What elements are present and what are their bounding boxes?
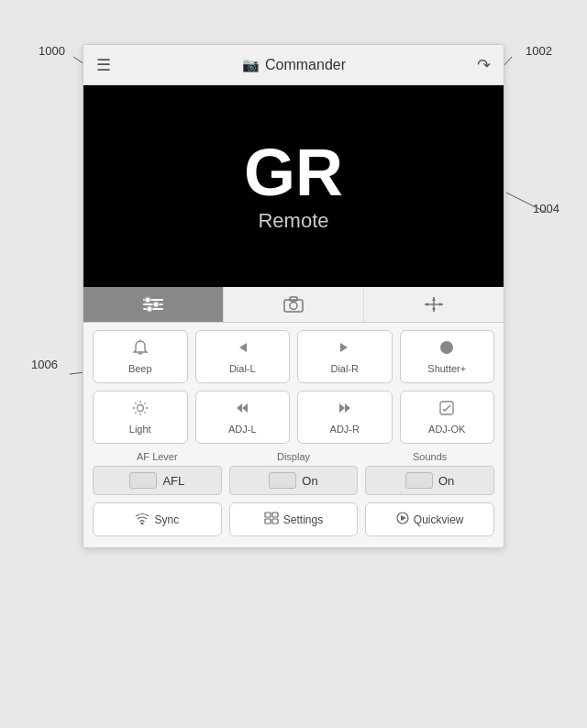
sounds-group: Sounds On xyxy=(365,451,494,495)
tab-settings[interactable] xyxy=(83,287,224,322)
sync-label: Sync xyxy=(154,513,179,526)
shutter-plus-label: Shutter+ xyxy=(427,363,466,374)
phone-frame: ☰ 📷 Commander ↷ GR Remote xyxy=(83,44,504,548)
adj-l-label: ADJ-L xyxy=(228,424,257,435)
adj-ok-label: ADJ-OK xyxy=(428,424,465,435)
af-lever-group: AF Lever AFL xyxy=(93,451,222,495)
grid-icon xyxy=(264,512,279,527)
annotation-1004: 1004 xyxy=(533,202,559,215)
beep-label: Beep xyxy=(128,363,152,374)
display-label: Display xyxy=(277,451,310,462)
annotation-1006: 1006 xyxy=(31,358,58,371)
display-toggle[interactable]: On xyxy=(229,466,359,495)
menu-icon[interactable]: ☰ xyxy=(96,55,111,75)
svg-marker-16 xyxy=(432,308,436,312)
af-lever-indicator xyxy=(129,472,157,489)
settings-action-label: Settings xyxy=(283,513,323,526)
svg-marker-34 xyxy=(339,403,345,413)
sounds-indicator xyxy=(405,472,433,489)
svg-rect-6 xyxy=(143,308,163,310)
beep-button[interactable]: Beep xyxy=(93,330,188,383)
svg-rect-12 xyxy=(290,297,297,301)
svg-point-22 xyxy=(440,341,453,354)
tab-move[interactable] xyxy=(364,287,504,322)
svg-marker-35 xyxy=(345,403,350,413)
svg-line-31 xyxy=(135,412,136,413)
svg-line-29 xyxy=(144,412,145,413)
arrow-left-icon xyxy=(234,339,250,360)
sounds-label: Sounds xyxy=(413,451,447,462)
svg-point-8 xyxy=(153,302,159,307)
dial-r-label: Dial-R xyxy=(330,363,359,374)
svg-marker-32 xyxy=(237,403,242,413)
double-arrow-left-icon xyxy=(234,400,250,421)
right-action-icon[interactable]: ↷ xyxy=(477,55,491,75)
display-value: On xyxy=(302,474,317,488)
light-icon xyxy=(132,400,149,421)
remote-label: Remote xyxy=(258,209,328,233)
settings-button[interactable]: Settings xyxy=(229,502,359,536)
action-row: Sync Settings xyxy=(93,502,494,536)
svg-marker-18 xyxy=(439,303,443,306)
adj-ok-icon xyxy=(438,400,455,421)
settings-row: AF Lever AFL Display On Sounds On xyxy=(93,451,494,495)
svg-marker-43 xyxy=(401,515,406,521)
svg-marker-20 xyxy=(239,343,247,352)
light-label: Light xyxy=(129,424,151,435)
sync-button[interactable]: Sync xyxy=(93,502,222,536)
svg-rect-40 xyxy=(265,519,271,524)
header-title: 📷 Commander xyxy=(242,57,346,73)
arrow-right-icon xyxy=(337,339,353,360)
svg-point-11 xyxy=(290,303,297,310)
svg-marker-33 xyxy=(242,403,248,413)
svg-marker-21 xyxy=(340,343,348,352)
bell-icon xyxy=(132,339,149,360)
tab-camera[interactable] xyxy=(224,287,364,322)
af-lever-value: AFL xyxy=(162,474,184,488)
svg-rect-39 xyxy=(272,513,278,517)
svg-marker-17 xyxy=(425,303,428,306)
display-group: Display On xyxy=(229,451,359,495)
shutter-plus-button[interactable]: Shutter+ xyxy=(400,330,495,383)
annotation-1002: 1002 xyxy=(526,44,552,58)
controls-row-1: Beep Dial-L Dial-R xyxy=(93,330,494,383)
quickview-button[interactable]: Quickview xyxy=(365,502,494,536)
header-bar: ☰ 📷 Commander ↷ xyxy=(83,45,504,85)
dial-r-button[interactable]: Dial-R xyxy=(297,330,393,383)
wifi-icon xyxy=(135,512,150,527)
svg-point-9 xyxy=(147,306,152,312)
adj-r-button[interactable]: ADJ-R xyxy=(297,391,393,444)
dial-l-label: Dial-L xyxy=(229,363,256,374)
camera-icon: 📷 xyxy=(242,57,260,73)
sounds-toggle[interactable]: On xyxy=(365,466,494,495)
svg-point-37 xyxy=(141,523,143,524)
svg-marker-15 xyxy=(432,297,436,301)
annotation-1000: 1000 xyxy=(39,44,65,58)
app-title: Commander xyxy=(265,57,346,73)
gr-logo: GR xyxy=(244,139,343,205)
shutter-icon xyxy=(438,339,455,360)
light-button[interactable]: Light xyxy=(93,391,188,444)
af-lever-label: AF Lever xyxy=(137,451,178,462)
quickview-label: Quickview xyxy=(414,513,464,526)
af-lever-toggle[interactable]: AFL xyxy=(93,466,222,495)
svg-rect-38 xyxy=(265,513,271,517)
controls-row-2: Light ADJ-L ADJ-R xyxy=(93,391,494,444)
svg-line-28 xyxy=(135,403,136,403)
svg-point-23 xyxy=(137,405,143,412)
sounds-value: On xyxy=(438,474,454,488)
display-indicator xyxy=(269,472,296,489)
dial-l-button[interactable]: Dial-L xyxy=(195,330,291,383)
preview-area: GR Remote xyxy=(83,85,504,287)
adj-l-button[interactable]: ADJ-L xyxy=(195,391,291,444)
adj-ok-button[interactable]: ADJ-OK xyxy=(400,391,495,444)
adj-r-label: ADJ-R xyxy=(330,424,360,435)
controls-area: Beep Dial-L Dial-R xyxy=(83,323,504,547)
svg-rect-41 xyxy=(272,519,278,524)
svg-point-7 xyxy=(145,297,150,303)
double-arrow-right-icon xyxy=(337,400,353,421)
svg-line-30 xyxy=(144,403,145,403)
play-icon xyxy=(396,512,409,527)
tab-bar xyxy=(83,287,504,323)
